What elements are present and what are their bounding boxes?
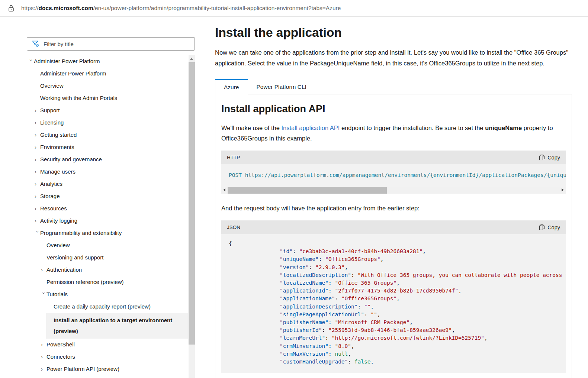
toc-item[interactable]: ›Analytics — [27, 178, 188, 190]
chevron-right-icon[interactable]: › — [41, 353, 46, 361]
chevron-right-icon[interactable]: › — [35, 143, 40, 151]
code-line: "crmMinversion": "8.0", — [229, 342, 558, 350]
horizontal-scrollbar-thumb[interactable] — [228, 187, 387, 194]
chevron-right-icon[interactable]: › — [35, 217, 40, 224]
toc-item-label: Support — [40, 107, 60, 114]
chevron-right-icon[interactable]: › — [35, 193, 40, 200]
toc-item[interactable]: ›Licensing — [27, 117, 188, 129]
code-line: "learnMoreUrl": "http://go.microsoft.com… — [229, 334, 558, 342]
tab-power-platform-cli[interactable]: Power Platform CLI — [248, 80, 315, 94]
toc-item[interactable]: ›Activity logging — [27, 215, 188, 227]
chevron-down-icon[interactable]: › — [34, 231, 41, 236]
chevron-right-icon[interactable]: › — [35, 205, 40, 212]
toc-item-label: Permission reference (preview) — [46, 278, 124, 286]
code-header: JSON Copy — [221, 220, 566, 234]
scroll-left-arrow-icon[interactable] — [223, 188, 225, 191]
toc-item[interactable]: ›Security and governance — [27, 154, 188, 166]
toc-item[interactable]: Install an application to a target envir… — [46, 313, 188, 339]
json-code-block: JSON Copy {"id": "ce3bab3c-ada1-40cf-b84… — [221, 220, 566, 373]
toc-item-label: Administer Power Platform — [34, 58, 100, 65]
toc-item[interactable]: ›Support — [27, 104, 188, 117]
http-code[interactable]: POST https://api.powerplatform.com/appma… — [221, 164, 566, 187]
toc-item-label: Licensing — [40, 119, 64, 126]
chevron-down-icon[interactable]: › — [28, 59, 35, 65]
api-paragraph: We'll make use of the Install applicatio… — [221, 123, 566, 143]
toc-item[interactable]: ›Storage — [27, 190, 188, 203]
toc-item[interactable]: ›PowerShell — [27, 339, 188, 351]
scroll-right-arrow-icon[interactable] — [562, 188, 564, 191]
para-text: endpoint to trigger the installation. Be… — [340, 125, 485, 131]
toc-item-label: Programmability and extensibility — [40, 229, 122, 237]
toc-item[interactable]: ›Overview — [27, 239, 188, 252]
toc-item[interactable]: ›Administer Power Platform — [27, 55, 188, 68]
toc-item[interactable]: ›Getting started — [27, 129, 188, 141]
json-code[interactable]: {"id": "ce3bab3c-ada1-40cf-b84b-49b26603… — [221, 234, 566, 373]
install-application-api-link[interactable]: Install application API — [282, 125, 340, 131]
code-horizontal-scrollbar[interactable] — [221, 187, 566, 194]
code-line: "version": "2.9.0.3", — [229, 264, 558, 271]
lock-icon — [8, 4, 15, 12]
toc-item[interactable]: ›Tutorials — [27, 288, 188, 301]
url-text[interactable]: https://docs.microsoft.com/en-us/power-p… — [21, 5, 341, 12]
chevron-right-icon[interactable]: › — [41, 266, 46, 274]
sidebar-scrollbar-thumb[interactable] — [189, 62, 195, 345]
toc-item[interactable]: ›Authentication — [27, 264, 188, 276]
chevron-right-icon[interactable]: › — [35, 107, 40, 114]
toc-item[interactable]: ›Permission reference (preview) — [27, 276, 188, 288]
toc-item[interactable]: ›Power Platform API (preview) — [27, 363, 188, 375]
toc-item[interactable]: ›Working with the Admin Portals — [27, 92, 188, 104]
code-line: "publisherId": "255953fd-9ab8-4146-bfa1-… — [229, 326, 558, 334]
toc-sidebar: ›Administer Power Platform›Administer Po… — [27, 37, 195, 375]
toc-item[interactable]: ›Programmability and extensibility — [27, 227, 188, 239]
filter-box — [27, 37, 195, 51]
browser-address-bar: https://docs.microsoft.com/en-us/power-p… — [0, 0, 588, 17]
toc-tree: ›Administer Power Platform›Administer Po… — [27, 55, 188, 375]
chevron-right-icon[interactable]: › — [41, 341, 46, 348]
toc-item-label: Storage — [40, 193, 60, 200]
http-code-block: HTTP Copy POST https://api.powerplatform… — [221, 151, 566, 194]
copy-button[interactable]: Copy — [539, 154, 560, 161]
toc-item-label: Create a daily capacity report (preview) — [54, 303, 151, 310]
toc-item-label: Tutorials — [46, 291, 68, 298]
toc-item[interactable]: ›Manage users — [27, 166, 188, 178]
code-line: { — [229, 240, 558, 248]
code-line: "customHandleUpgrade": false, — [229, 358, 558, 366]
toc-item-label: Security and governance — [40, 156, 102, 163]
tab-strip: Azure Power Platform CLI — [215, 78, 572, 94]
toc-item[interactable]: ›Connectors — [27, 351, 188, 363]
filter-icon — [32, 41, 39, 47]
copy-icon — [539, 154, 545, 161]
toc-item[interactable]: ›Overview — [27, 80, 188, 92]
toc-item[interactable]: ›Resources — [27, 203, 188, 215]
chevron-right-icon[interactable]: › — [35, 156, 40, 163]
chevron-right-icon[interactable]: › — [35, 119, 40, 126]
chevron-right-icon[interactable]: › — [35, 168, 40, 175]
toc-item-label: PowerShell — [46, 341, 75, 348]
url-path: /en-us/power-platform/admin/programmabil… — [93, 5, 341, 11]
copy-button[interactable]: Copy — [539, 224, 560, 230]
toc-item-label: Install an application to a target envir… — [54, 315, 183, 336]
page-title: Install the application — [215, 25, 572, 40]
toc-item-label: Getting started — [40, 131, 77, 139]
filter-input[interactable] — [44, 41, 195, 47]
chevron-right-icon[interactable]: › — [35, 180, 40, 188]
chevron-down-icon[interactable]: › — [40, 292, 48, 298]
tab-azure[interactable]: Azure — [215, 79, 248, 94]
code-line: "uniqueName": "Office365Groups", — [229, 255, 558, 263]
toc-item[interactable]: ›Environments — [27, 141, 188, 154]
toc-item[interactable]: ›Administer Power Platform — [27, 68, 188, 80]
sidebar-scrollbar[interactable] — [189, 55, 195, 378]
toc-item-label: Analytics — [40, 180, 62, 188]
toc-item-label: Authentication — [46, 266, 82, 274]
code-language-label: JSON — [227, 224, 240, 230]
copy-icon — [539, 224, 545, 230]
code-line: "localizedDescription": "With Office 365… — [229, 271, 558, 279]
toc-item[interactable]: Create a daily capacity report (preview) — [27, 301, 188, 313]
unique-name-emphasis: uniqueName — [485, 125, 522, 131]
chevron-right-icon[interactable]: › — [41, 365, 46, 373]
toc-item-label: Administer Power Platform — [40, 70, 106, 77]
toc-item[interactable]: ›Versioning and support — [27, 252, 188, 264]
code-line: "applicationId": "2f17f077-4175-4d82-b82… — [229, 287, 558, 295]
chevron-right-icon[interactable]: › — [35, 131, 40, 139]
scroll-up-arrow-icon[interactable] — [190, 58, 193, 60]
